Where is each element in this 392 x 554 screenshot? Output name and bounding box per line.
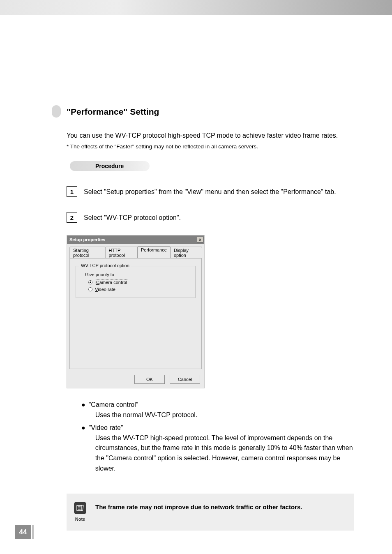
intro-paragraph: You can use the WV-TCP protocol high-spe… xyxy=(67,131,357,140)
step-2: 2 Select "WV-TCP protocol option". xyxy=(53,213,357,223)
bullet-icon: ● xyxy=(81,400,85,420)
page-number: 44 xyxy=(15,525,31,539)
explain-text: Uses the normal WV-TCP protocol. xyxy=(95,410,357,420)
dialog-tab-body: WV-TCP protocol option Give priority to … xyxy=(69,258,202,369)
step-text: Select "Setup properties" from the "View… xyxy=(84,187,336,196)
procedure-label: Procedure xyxy=(95,163,124,169)
footnote: * The effects of the "Faster" setting ma… xyxy=(67,143,357,150)
explain-text: Uses the WV-TCP high-speed protocol. The… xyxy=(95,433,357,474)
note-icon xyxy=(74,502,86,514)
ok-button[interactable]: OK xyxy=(134,375,165,384)
tab-display-option[interactable]: Display option xyxy=(170,247,202,259)
tab-performance[interactable]: Performance xyxy=(137,246,171,258)
note-text: The frame rate may not improve due to ne… xyxy=(95,502,302,510)
dialog-title: Setup properties xyxy=(69,237,105,242)
bullet-icon: ● xyxy=(81,423,85,474)
explain-video-rate: ● "Video rate" Uses the WV-TCP high-spee… xyxy=(81,423,357,474)
priority-label: Give priority to xyxy=(85,272,189,277)
setup-properties-dialog: Setup properties × Starting protocol HTT… xyxy=(67,235,205,388)
wvtcp-groupbox: WV-TCP protocol option Give priority to … xyxy=(76,266,196,298)
dialog-titlebar: Setup properties × xyxy=(67,235,204,244)
dialog-tabs: Starting protocol HTTP protocol Performa… xyxy=(67,244,204,258)
tab-starting-protocol[interactable]: Starting protocol xyxy=(69,247,106,259)
main-content: "Performance" Setting You can use the WV… xyxy=(53,102,357,531)
step-1: 1 Select "Setup properties" from the "Vi… xyxy=(53,187,357,197)
radio-dot-icon xyxy=(88,287,92,291)
radio-video-label: Video rate xyxy=(95,287,115,292)
radio-dot-icon xyxy=(88,280,92,284)
step-number-box: 1 xyxy=(67,186,77,197)
step-text: Select "WV-TCP protocol option". xyxy=(84,213,181,222)
procedure-pill: Procedure xyxy=(70,161,150,171)
top-gradient-bar xyxy=(0,0,392,15)
section-title: "Performance" Setting xyxy=(67,102,357,117)
radio-camera-label: Camera control xyxy=(95,279,128,285)
groupbox-legend: WV-TCP protocol option xyxy=(79,263,131,268)
note-label: Note xyxy=(75,517,85,522)
radio-video-rate[interactable]: Video rate xyxy=(88,287,189,292)
radio-camera-control[interactable]: Camera control xyxy=(88,279,189,285)
note-box: Note The frame rate may not improve due … xyxy=(67,494,354,531)
cancel-button[interactable]: Cancel xyxy=(170,375,200,384)
note-left: Note xyxy=(74,502,86,522)
page-number-side xyxy=(32,525,34,539)
explain-title: "Camera control" xyxy=(89,400,357,410)
explain-camera-control: ● "Camera control" Uses the normal WV-TC… xyxy=(81,400,357,420)
step-number-box: 2 xyxy=(67,212,77,223)
options-explanation: ● "Camera control" Uses the normal WV-TC… xyxy=(81,400,357,474)
explain-title: "Video rate" xyxy=(89,423,357,433)
dialog-button-row: OK Cancel xyxy=(67,372,204,388)
dialog-close-button[interactable]: × xyxy=(197,237,203,242)
tab-http-protocol[interactable]: HTTP protocol xyxy=(105,247,138,259)
header-rule xyxy=(0,66,392,66)
section-bullet-decor xyxy=(52,105,61,118)
